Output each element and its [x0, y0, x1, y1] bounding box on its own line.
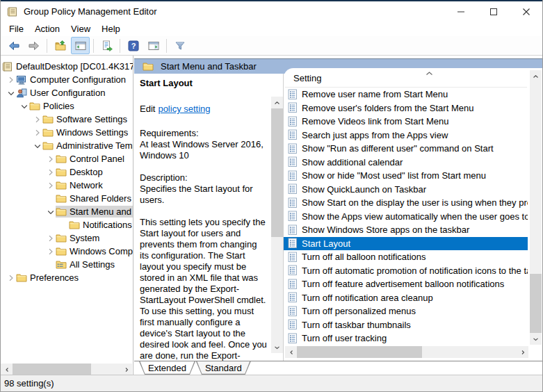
- settings-row[interactable]: Show additional calendar: [284, 156, 528, 170]
- toolbar: ?: [1, 36, 542, 56]
- up-one-level-icon[interactable]: [51, 37, 70, 54]
- settings-row[interactable]: Turn off user tracking: [284, 332, 528, 345]
- settings-hscrollbar-thumb[interactable]: [297, 346, 422, 358]
- settings-row[interactable]: Remove user's folders from the Start Men…: [284, 101, 528, 115]
- settings-row[interactable]: Show the Apps view automatically when th…: [284, 210, 528, 224]
- tree-item[interactable]: Windows Settings: [1, 126, 133, 139]
- scroll-right-icon[interactable]: [120, 364, 132, 375]
- tree-scrollbar-thumb[interactable]: [13, 364, 91, 375]
- collapse-icon[interactable]: [46, 207, 56, 217]
- tree-item[interactable]: User Configuration: [1, 86, 133, 99]
- scroll-down-icon[interactable]: [271, 341, 283, 353]
- settings-row[interactable]: Show QuickLaunch on Taskbar: [284, 183, 528, 197]
- settings-row[interactable]: Remove Videos link from Start Menu: [284, 115, 528, 129]
- expand-icon[interactable]: [6, 273, 16, 283]
- expand-icon[interactable]: [6, 75, 16, 85]
- settings-row[interactable]: Show "Run as different user" command on …: [284, 142, 528, 156]
- scroll-down-icon[interactable]: [530, 333, 542, 345]
- collapse-icon[interactable]: [19, 101, 29, 111]
- settings-row-selected[interactable]: Start Layout: [284, 237, 528, 251]
- tree-item[interactable]: Shared Folders: [1, 192, 133, 205]
- tree-item[interactable]: Computer Configuration: [1, 73, 133, 86]
- forward-icon[interactable]: [24, 37, 43, 54]
- description-scrollbar[interactable]: [271, 97, 283, 353]
- tree-item[interactable]: Software Settings: [1, 113, 133, 126]
- tree-item[interactable]: Notifications: [1, 218, 133, 231]
- scroll-left-icon[interactable]: [285, 346, 297, 358]
- tree-item-label: Network: [67, 179, 106, 191]
- tree-item[interactable]: DefaultDesktop [DC01.4K317.LC: [1, 60, 133, 73]
- menu-view[interactable]: View: [65, 22, 96, 35]
- collapse-icon[interactable]: [33, 141, 42, 151]
- menu-action[interactable]: Action: [29, 22, 65, 35]
- tree-item[interactable]: Policies: [1, 99, 133, 113]
- tree-item[interactable]: All Settings: [1, 258, 133, 271]
- folder-icon: [56, 233, 67, 244]
- tab-label: Extended: [148, 363, 186, 373]
- tab-standard[interactable]: Standard: [196, 361, 251, 375]
- tree-item[interactable]: Desktop: [1, 165, 133, 179]
- maximize-button[interactable]: [477, 1, 510, 22]
- tab-extended[interactable]: Extended: [139, 361, 195, 375]
- settings-row[interactable]: Turn off all balloon notifications: [284, 250, 528, 264]
- minimize-button[interactable]: [444, 1, 477, 22]
- settings-row[interactable]: Turn off notification area cleanup: [284, 291, 528, 305]
- tree-item[interactable]: Network: [1, 179, 133, 192]
- description-scrollbar-thumb[interactable]: [271, 108, 283, 237]
- computer-icon: [16, 74, 28, 85]
- settings-row[interactable]: Show or hide "Most used" list from Start…: [284, 169, 528, 183]
- settings-row[interactable]: Turn off feature advertisement balloon n…: [284, 277, 528, 291]
- console-tree-icon[interactable]: [71, 37, 90, 54]
- expand-icon[interactable]: [46, 234, 56, 243]
- settings-row[interactable]: Turn off automatic promotion of notifica…: [284, 264, 528, 278]
- settings-vscrollbar-thumb[interactable]: [530, 274, 542, 333]
- policy-setting-link[interactable]: policy setting: [158, 104, 210, 114]
- tree-item[interactable]: Start Menu and T: [1, 205, 133, 218]
- settings-vertical-scrollbar[interactable]: [530, 70, 542, 345]
- export-list-icon[interactable]: [97, 37, 116, 54]
- settings-row[interactable]: Turn off taskbar thumbnails: [284, 318, 528, 332]
- setting-icon: [288, 143, 298, 154]
- tree-horizontal-scrollbar[interactable]: [1, 364, 132, 375]
- filter-icon[interactable]: [170, 37, 189, 54]
- help-icon[interactable]: ?: [124, 37, 143, 54]
- scroll-up-icon[interactable]: [530, 70, 542, 82]
- menu-file[interactable]: File: [3, 22, 29, 35]
- tree-item[interactable]: Windows Compo: [1, 245, 133, 258]
- settings-horizontal-scrollbar[interactable]: [285, 346, 528, 358]
- settings-row[interactable]: Turn off personalized menus: [284, 304, 528, 318]
- view-tabs: ExtendedStandard: [134, 361, 542, 375]
- settings-row[interactable]: Search just apps from the Apps view: [284, 129, 528, 142]
- expand-icon[interactable]: [46, 154, 56, 164]
- menu-help[interactable]: Help: [96, 22, 126, 35]
- settings-row[interactable]: Show Start on the display the user is us…: [284, 196, 528, 210]
- expander-spacer: [46, 194, 56, 204]
- expand-icon[interactable]: [46, 168, 56, 177]
- collapse-icon[interactable]: [6, 88, 16, 98]
- expander-spacer: [59, 220, 69, 230]
- tree-item[interactable]: System: [1, 231, 133, 245]
- scroll-right-icon[interactable]: [517, 346, 528, 358]
- group-policy-editor-window: Group Policy Management Editor FileActio…: [0, 0, 543, 392]
- close-button[interactable]: [510, 1, 542, 22]
- tree-item-body: Shared Folders: [56, 193, 133, 204]
- tree-item[interactable]: Administrative Temp: [1, 139, 133, 152]
- expand-icon[interactable]: [46, 181, 56, 190]
- scroll-up-icon[interactable]: [271, 97, 283, 108]
- tree-item[interactable]: Control Panel: [1, 152, 133, 165]
- settings-row[interactable]: Show Windows Store apps on the taskbar: [284, 223, 528, 237]
- tree-item[interactable]: Preferences: [1, 271, 133, 284]
- expand-icon[interactable]: [33, 128, 42, 138]
- setting-label: Turn off all balloon notifications: [302, 252, 426, 262]
- expand-icon[interactable]: [46, 247, 56, 256]
- edit-prefix: Edit: [140, 104, 155, 114]
- settings-list-panel: Setting Remove user name from Start Menu…: [284, 68, 542, 361]
- titlebar[interactable]: Group Policy Management Editor: [1, 1, 542, 22]
- settings-row[interactable]: Remove user name from Start Menu: [284, 88, 528, 101]
- setting-icon: [288, 279, 298, 290]
- setting-column-header[interactable]: Setting: [293, 73, 321, 83]
- action-pane-icon[interactable]: [144, 37, 163, 54]
- back-icon[interactable]: [4, 37, 23, 54]
- expand-icon[interactable]: [33, 115, 42, 124]
- scroll-left-icon[interactable]: [1, 364, 13, 375]
